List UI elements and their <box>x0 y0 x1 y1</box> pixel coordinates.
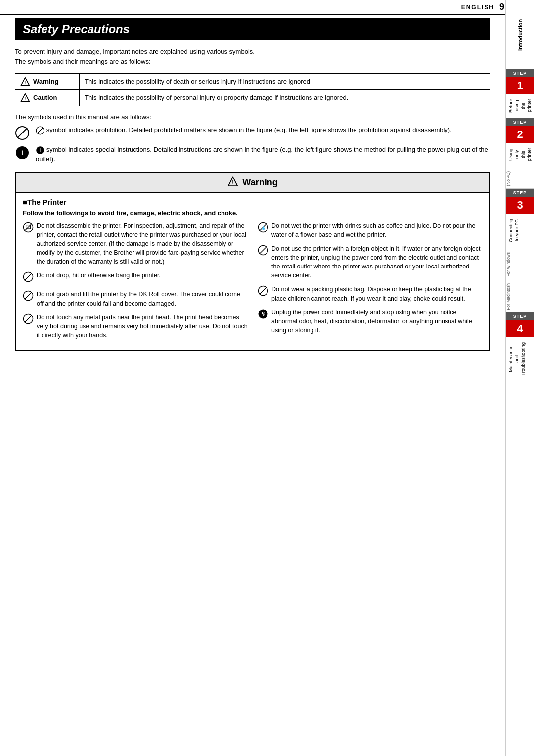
right-column: 💧 Do not wet the printer with drinks suc… <box>258 222 483 345</box>
caution-description: This indicates the possibility of person… <box>80 90 490 106</box>
intro-paragraph: To prevent injury and damage, important … <box>15 47 490 66</box>
left-item-3: Do not grab and lift the printer by the … <box>23 290 248 308</box>
sidebar-intro-label: Introduction <box>506 0 534 69</box>
page-title-box: Safety Precautions <box>15 18 490 40</box>
step-2-tab: STEP <box>506 118 534 126</box>
bold-subheading: Follow the followings to avoid fire, dam… <box>23 209 483 217</box>
step-2-label: Using only this printer <box>506 143 534 166</box>
warning-text: Warning <box>33 77 59 86</box>
left-item-4-text: Do not touch any metal parts near the pr… <box>37 313 248 340</box>
sidebar-step-1: STEP 1 Before using theprinter <box>506 69 534 118</box>
right-item-1-text: Do not wet the printer with drinks such … <box>271 222 483 239</box>
step-3-sublabel-win: For Windows <box>506 247 534 279</box>
no-foreign-icon <box>258 245 268 258</box>
language-label: ENGLISH <box>461 4 494 11</box>
right-item-4: ↯ Unplug the power cord immediately and … <box>258 308 483 335</box>
left-column: Do not disassemble the printer. For insp… <box>23 222 248 345</box>
step-2-number: 2 <box>506 126 534 143</box>
right-item-3: Do not wear a packing plastic bag. Dispo… <box>258 285 483 303</box>
page-number: 9 <box>499 2 504 12</box>
left-item-1-text: Do not disassemble the printer. For insp… <box>37 222 248 267</box>
left-item-2: Do not drop, hit or otherwise bang the p… <box>23 271 248 285</box>
special-symbol-text: i symbol indicates special instructions.… <box>36 145 490 164</box>
symbol-row-prohibition: symbol indicates prohibition. Detailed p… <box>15 126 490 140</box>
left-item-4: Do not touch any metal parts near the pr… <box>23 313 248 340</box>
right-item-1: 💧 Do not wet the printer with drinks suc… <box>258 222 483 239</box>
step-3-label: Connecting to your PC <box>506 214 534 247</box>
svg-line-29 <box>260 287 267 295</box>
sidebar-step-3: STEP 3 Connecting to your PC For Windows… <box>506 189 534 313</box>
symbols-list: symbol indicates prohibition. Detailed p… <box>15 126 490 164</box>
unplug-icon: ↯ <box>258 309 268 322</box>
step-4-label: Maintenance and Troubleshooting <box>506 337 534 381</box>
svg-text:!: ! <box>25 96 26 101</box>
warning-box-header: ! Warning <box>16 173 490 193</box>
top-header: ENGLISH 9 <box>0 0 534 15</box>
step-1-label: Before using theprinter <box>506 94 534 118</box>
no-drop-icon <box>23 271 34 285</box>
step-3-number: 3 <box>506 197 534 214</box>
warning-header-label: Warning <box>242 178 277 188</box>
warning-label-cell: ! Warning <box>15 74 80 90</box>
caution-triangle-icon: ! <box>20 93 30 103</box>
prohibition-symbol-text: symbol indicates prohibition. Detailed p… <box>36 126 452 135</box>
svg-line-15 <box>25 223 32 231</box>
no-bag-icon <box>258 285 268 299</box>
svg-line-5 <box>17 128 27 138</box>
printer-section-heading: ■The Printer <box>23 198 483 206</box>
svg-line-22 <box>25 315 32 322</box>
svg-text:↯: ↯ <box>261 311 265 317</box>
warning-header-icon: ! <box>227 176 238 189</box>
svg-text:i: i <box>21 149 23 157</box>
step-4-tab: STEP <box>506 312 534 320</box>
symbol-meaning-table: ! Warning This indicates the possibility… <box>15 73 490 106</box>
svg-line-7 <box>37 128 43 133</box>
svg-line-20 <box>25 292 32 300</box>
no-grab-icon <box>23 290 34 304</box>
caution-text: Caution <box>33 93 57 102</box>
step-3-tab: STEP <box>506 189 534 197</box>
left-item-3-text: Do not grab and lift the printer by the … <box>37 290 248 308</box>
no-wet-icon: 💧 <box>258 222 268 235</box>
step-1-tab: STEP <box>506 69 534 77</box>
left-item-1: Do not disassemble the printer. For insp… <box>23 222 248 267</box>
right-item-2: Do not use the printer with a foreign ob… <box>258 244 483 280</box>
right-sidebar: Introduction STEP 1 Before using theprin… <box>505 0 534 756</box>
sidebar-step-4: STEP 4 Maintenance and Troubleshooting <box>506 312 534 381</box>
right-item-2-text: Do not use the printer with a foreign ob… <box>271 244 483 280</box>
page-title: Safety Precautions <box>23 22 483 36</box>
table-row-caution: ! Caution This indicates the possibility… <box>15 90 490 106</box>
step-2-sublabel: (No PC) <box>506 166 534 188</box>
caution-label-cell: ! Caution <box>15 90 80 106</box>
left-item-2-text: Do not drop, hit or otherwise bang the p… <box>37 271 248 280</box>
no-disassemble-icon <box>23 222 34 235</box>
no-touch-icon <box>23 313 34 327</box>
svg-text:💧: 💧 <box>261 225 266 230</box>
warning-box: ! Warning ■The Printer Follow the follow… <box>15 172 490 351</box>
prohibition-icon-large <box>15 126 30 140</box>
step-1-number: 1 <box>506 77 534 94</box>
svg-line-27 <box>260 247 267 254</box>
table-row-warning: ! Warning This indicates the possibility… <box>15 74 490 90</box>
warning-box-content: ■The Printer Follow the followings to av… <box>16 193 490 350</box>
special-icon-inline: i <box>36 146 46 153</box>
right-item-4-text: Unplug the power cord immediately and st… <box>271 308 483 335</box>
symbol-row-special: i i symbol indicates special instruction… <box>15 145 490 164</box>
step-4-number: 4 <box>506 320 534 337</box>
two-column-layout: Do not disassemble the printer. For insp… <box>23 222 483 345</box>
svg-line-18 <box>25 273 32 281</box>
special-icon-large: i <box>15 145 30 160</box>
symbols-used-heading: The symbols used in this manual are as f… <box>15 113 490 121</box>
warning-triangle-icon: ! <box>20 77 30 87</box>
sidebar-step-2: STEP 2 Using only this printer (No PC) <box>506 118 534 189</box>
svg-text:i: i <box>40 148 41 153</box>
svg-text:!: ! <box>232 180 234 185</box>
prohibition-icon-inline <box>36 126 46 133</box>
step-3-sublabel-mac: For Macintosh <box>506 278 534 312</box>
right-item-3-text: Do not wear a packing plastic bag. Dispo… <box>271 285 483 303</box>
warning-description: This indicates the possibility of death … <box>80 74 490 90</box>
main-content: Safety Precautions To prevent injury and… <box>0 18 505 375</box>
svg-text:!: ! <box>25 80 26 85</box>
